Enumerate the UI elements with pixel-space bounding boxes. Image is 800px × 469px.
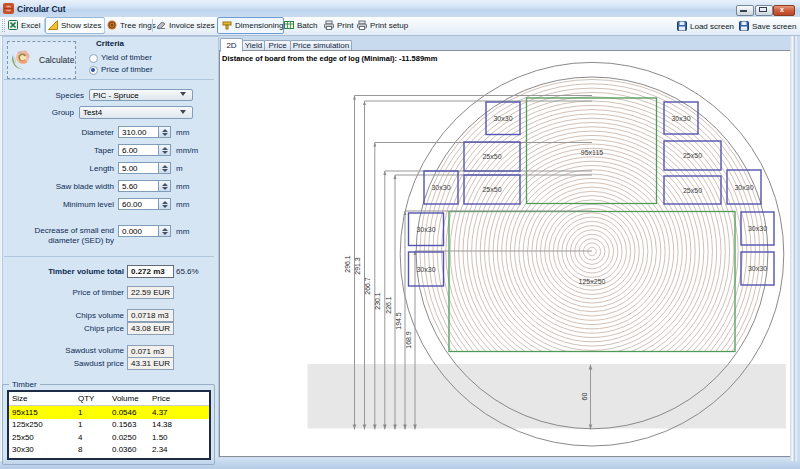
svg-text:230.1: 230.1 [374, 292, 381, 310]
svg-text:291.3: 291.3 [354, 257, 361, 275]
svg-text:30x30: 30x30 [431, 184, 450, 191]
svg-text:25x50: 25x50 [482, 153, 501, 160]
svg-text:30x30: 30x30 [748, 265, 767, 272]
svg-text:30x30: 30x30 [748, 225, 767, 232]
svg-text:30x30: 30x30 [493, 115, 512, 122]
svg-text:168.9: 168.9 [405, 331, 412, 349]
svg-text:30x30: 30x30 [734, 184, 753, 191]
svg-text:30x30: 30x30 [671, 115, 690, 122]
svg-text:25x50: 25x50 [482, 186, 501, 193]
svg-text:296.1: 296.1 [344, 255, 351, 273]
svg-text:226.1: 226.1 [385, 296, 392, 314]
svg-text:60: 60 [581, 393, 588, 401]
svg-text:95x115: 95x115 [581, 149, 604, 156]
svg-text:25x50: 25x50 [683, 187, 702, 194]
svg-text:30x30: 30x30 [416, 266, 435, 273]
svg-text:30x30: 30x30 [416, 226, 435, 233]
svg-text:25x50: 25x50 [683, 152, 702, 159]
svg-text:194.5: 194.5 [395, 312, 402, 330]
svg-text:125x250: 125x250 [579, 278, 606, 285]
svg-text:266.7: 266.7 [364, 277, 371, 295]
